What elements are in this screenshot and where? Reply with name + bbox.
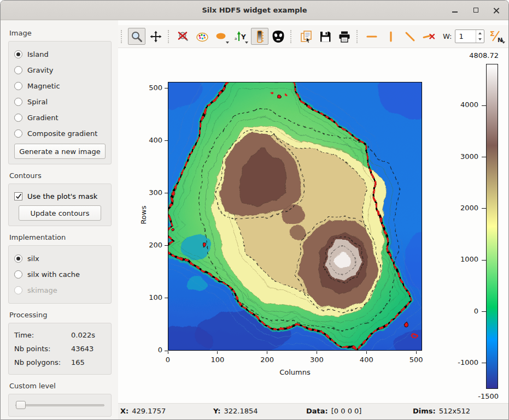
slider-handle[interactable] [16,401,26,409]
save-button[interactable] [317,28,334,45]
y-tick-mark [165,88,168,88]
horizontal-profile-button[interactable] [364,28,381,45]
dropdown-arrow-icon [226,42,229,44]
sidebar: Image Island Gravity Magnetic Spiral [1,20,118,419]
line-profile-button[interactable] [401,28,419,45]
profile-mode-button[interactable]: Σ N [486,28,506,45]
mask-shape-button[interactable] [213,28,230,45]
radio-magnetic[interactable]: Magnetic [14,78,106,94]
colorbar-min-label: -1500 [443,392,499,400]
y-up-arrow-icon: a Y [233,30,248,43]
radio-icon [14,66,22,74]
colorbar[interactable] [486,64,498,389]
contours-group: Use the plot's mask Update contours [8,184,112,226]
vertical-profile-button[interactable] [382,28,400,45]
x-tick-mark [416,351,417,354]
pan-mode-button[interactable] [147,28,165,45]
radio-silx-with-cache[interactable]: silx with cache [14,267,106,282]
x-tick-mark [267,351,267,354]
processing-value: 43643 [71,345,106,353]
y-tick-mark [165,245,168,246]
minimize-button[interactable] [451,6,459,15]
zoom-mode-button[interactable] [128,28,145,45]
processing-group: Time: 0.022s Nb points: 43643 Nb polygon… [8,323,112,375]
maximize-button[interactable] [471,6,480,15]
x-tick-mark [366,351,367,354]
spin-up-icon [478,32,482,34]
spin-up-button[interactable] [476,30,484,37]
dropdown-arrow-icon [245,42,248,44]
colorbar-tick-mark [482,311,486,312]
orange-ellipse-icon [215,30,228,43]
clear-profile-button[interactable] [420,28,438,45]
profile-width-spinbox[interactable]: 1 [455,29,484,43]
close-icon [493,7,500,14]
spin-down-icon [478,38,482,40]
processing-group-label: Processing [9,311,112,319]
use-mask-checkbox[interactable]: Use the plot's mask [14,189,106,203]
colorbar-tick-label: 4000 [452,100,478,109]
custom-level-slider[interactable] [14,400,106,410]
copy-snapshot-button[interactable] [297,28,315,45]
processing-row-polygons: Nb polygons: 165 [14,356,106,369]
radio-composite-gradient[interactable]: Composite gradient [14,126,106,141]
svg-text:Σ: Σ [490,29,495,38]
implementation-group-label: Implementation [9,233,112,241]
radio-icon [14,286,22,294]
radio-icon [14,98,22,106]
x-tick-mark [217,351,218,354]
radio-spiral[interactable]: Spiral [14,94,106,110]
y-tick-label: 200 [142,241,162,249]
processing-row-points: Nb points: 43643 [14,342,106,356]
update-contours-button[interactable]: Update contours [19,205,101,221]
radio-label: silx [27,255,39,263]
colorbar-tick-label: -1000 [452,358,478,366]
radio-icon [14,255,22,263]
custom-level-group-label: Custom level [9,382,112,390]
processing-label: Nb points: [14,345,71,353]
status-dims: Dims:512x512 [413,407,470,415]
colorbar-tick-label: 3000 [452,152,478,161]
toolbar-separator [290,30,294,43]
spin-down-button[interactable] [476,37,484,43]
toolbar-separator [356,30,360,43]
y-tick-mark [165,193,168,193]
radio-gravity[interactable]: Gravity [14,62,106,78]
generate-image-button[interactable]: Generate a new image [14,144,106,159]
close-button[interactable] [492,6,501,15]
x-tick-label: 200 [255,356,279,364]
plot-canvas[interactable] [168,82,422,351]
radio-island[interactable]: Island [14,46,106,62]
colormap-button[interactable] [194,28,211,45]
status-y: Y:322.1854 [213,407,258,415]
contours-group-label: Contours [9,171,112,180]
minimize-icon [452,11,458,13]
radio-label: Island [27,50,49,58]
y-tick-label: 100 [142,293,162,301]
slider-groove [15,404,104,406]
diag-line-icon [403,30,417,43]
radio-skimage: skimage [14,282,106,298]
palette-icon [195,30,209,43]
app-window: Silx HDF5 widget example Image Island Gr… [0,0,509,420]
x-tick-label: 100 [206,356,230,364]
colorbar-tick-label: 2000 [452,204,478,212]
radio-icon [14,129,22,138]
y-tick-mark [165,140,168,141]
x-tick-label: 400 [354,356,378,364]
processing-row-time: Time: 0.022s [14,328,106,342]
print-button[interactable] [336,28,353,45]
radio-gradient[interactable]: Gradient [14,110,106,126]
x-tick-label: 0 [156,356,180,364]
colorbar-toggle-button[interactable] [251,28,268,45]
move-arrows-icon [149,30,162,43]
mask-tools-button[interactable] [270,28,288,45]
colorbar-tick-label: 0 [452,307,478,315]
y-axis-orientation-button[interactable]: a Y [232,28,249,45]
radio-silx[interactable]: silx [14,251,106,267]
status-dims-value: 512x512 [439,407,470,415]
reset-zoom-button[interactable] [174,28,192,45]
x-tick-label: 300 [305,356,329,364]
titlebar[interactable]: Silx HDF5 widget example [1,1,508,20]
image-group: Island Gravity Magnetic Spiral Gradient [8,41,112,164]
